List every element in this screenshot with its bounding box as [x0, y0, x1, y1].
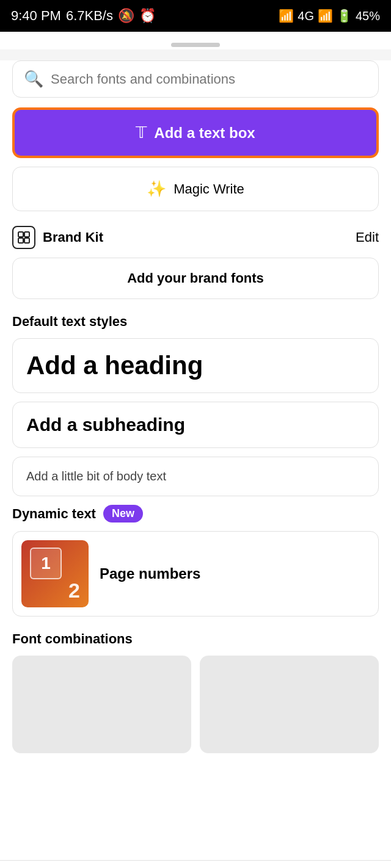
- page-numbers-thumbnail: 1 2: [21, 540, 89, 607]
- brand-kit-row: Brand Kit Edit: [12, 226, 379, 249]
- new-badge: New: [103, 505, 143, 523]
- svg-rect-0: [18, 232, 23, 237]
- font-combinations-title: Font combinations: [12, 631, 379, 647]
- add-brand-fonts-button[interactable]: Add your brand fonts: [12, 258, 379, 299]
- page-number-2: 2: [68, 579, 80, 602]
- time: 9:40 PM: [11, 8, 61, 24]
- brand-kit-icon: [12, 226, 35, 249]
- brand-kit-label: Brand Kit: [43, 230, 103, 245]
- brand-kit-edit-button[interactable]: Edit: [356, 230, 379, 245]
- battery-percent: 45%: [356, 9, 380, 23]
- bottom-nav: Design Elements T Text Gallery: [0, 860, 391, 868]
- add-textbox-button[interactable]: 𝕋 Add a text box: [12, 107, 379, 158]
- search-icon: 🔍: [24, 70, 43, 89]
- text-box-icon: 𝕋: [136, 123, 147, 142]
- signal-icon: 📶: [279, 9, 294, 23]
- battery-icon: 🔋: [337, 9, 352, 23]
- page-numbers-label: Page numbers: [100, 565, 200, 582]
- magic-write-label: Magic Write: [174, 181, 244, 197]
- default-text-styles-title: Default text styles: [12, 314, 379, 330]
- status-right: 📶 4G 📶 🔋 45%: [279, 9, 380, 23]
- magic-wand-icon: ✨: [147, 179, 166, 198]
- font-combo-card-2[interactable]: [200, 656, 379, 753]
- magic-write-button[interactable]: ✨ Magic Write: [12, 167, 379, 211]
- dynamic-text-row: Dynamic text New: [12, 505, 379, 523]
- status-left: 9:40 PM 6.7KB/s 🔕 ⏰: [11, 8, 156, 24]
- drag-handle: [171, 43, 220, 47]
- svg-rect-2: [18, 238, 23, 243]
- alarm-icon: ⏰: [139, 8, 156, 24]
- page-numbers-card[interactable]: 1 2 Page numbers: [12, 531, 379, 617]
- svg-rect-1: [24, 232, 29, 237]
- status-bar: 9:40 PM 6.7KB/s 🔕 ⏰ 📶 4G 📶 🔋 45%: [0, 0, 391, 32]
- brand-kit-left: Brand Kit: [12, 226, 103, 249]
- font-combinations-grid: [12, 656, 379, 753]
- dynamic-text-title: Dynamic text: [12, 506, 96, 522]
- main-content: 🔍 𝕋 Add a text box ✨ Magic Write Brand K…: [0, 60, 391, 860]
- body-card[interactable]: Add a little bit of body text: [12, 457, 379, 496]
- search-input[interactable]: [51, 71, 367, 87]
- svg-rect-3: [24, 238, 29, 243]
- network-type: 4G: [298, 9, 314, 23]
- subheading-card[interactable]: Add a subheading: [12, 402, 379, 448]
- add-textbox-label: Add a text box: [154, 125, 255, 142]
- page-number-1: 1: [30, 548, 62, 579]
- mute-icon: 🔕: [118, 8, 134, 24]
- network-speed: 6.7KB/s: [66, 8, 113, 24]
- heading-card[interactable]: Add a heading: [12, 338, 379, 393]
- font-combo-card-1[interactable]: [12, 656, 191, 753]
- search-bar[interactable]: 🔍: [12, 60, 379, 98]
- signal-icon-2: 📶: [318, 9, 333, 23]
